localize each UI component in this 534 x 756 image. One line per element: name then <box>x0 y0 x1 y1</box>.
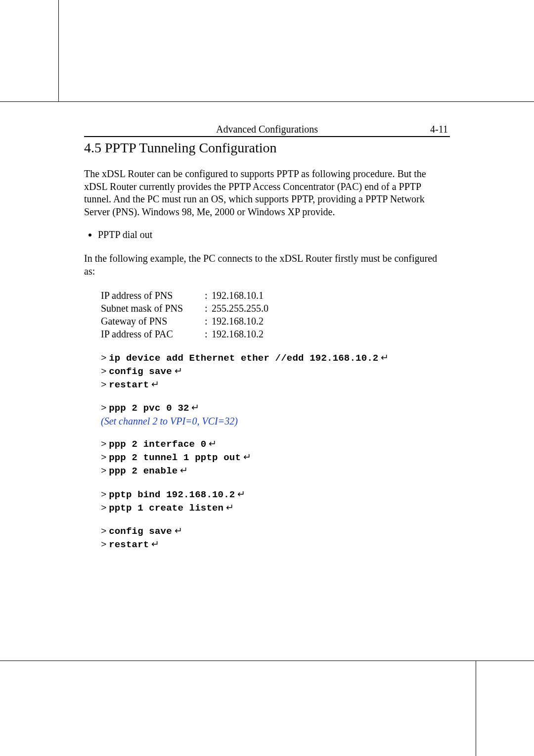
example-intro: In the following example, the PC connect… <box>84 252 450 278</box>
cmd-line: > ip device add Ethernet ether //edd 192… <box>101 351 450 365</box>
header-rule <box>84 136 450 137</box>
return-icon: ↵ <box>209 438 217 449</box>
kv-value: 192.168.10.2 <box>212 328 264 340</box>
return-icon: ↵ <box>226 502 234 513</box>
return-icon: ↵ <box>381 352 389 363</box>
cmd-text: pptp bind 192.168.10.2 <box>109 489 235 500</box>
cmd-line: > config save ↵ <box>101 524 450 538</box>
prompt-gt: > <box>101 353 106 364</box>
cmd-text: config save <box>109 366 172 377</box>
kv-colon: : <box>205 315 212 328</box>
kv-colon: : <box>205 302 212 315</box>
cmd-line: > restart ↵ <box>101 538 450 551</box>
prompt-gt: > <box>101 466 106 476</box>
cmd-text: ppp 2 tunnel 1 pptp out <box>109 452 241 463</box>
header-title: Advanced Configurations <box>121 124 413 135</box>
kv-gw-pns: Gateway of PNS : 192.168.10.2 <box>101 315 450 328</box>
cmd-line: > pptp 1 create listen ↵ <box>101 501 450 515</box>
kv-value: 192.168.10.1 <box>212 289 264 302</box>
cmd-group-2: > ppp 2 pvc 0 32 ↵ (Set channel 2 to VPI… <box>101 401 450 427</box>
kv-colon: : <box>205 289 212 302</box>
command-block: > ip device add Ethernet ether //edd 192… <box>101 351 450 551</box>
kv-label: Subnet mask of PNS <box>101 302 205 315</box>
cmd-text: ppp 2 pvc 0 32 <box>109 403 189 414</box>
cmd-text: ppp 2 enable <box>109 466 178 476</box>
cmd-line: > ppp 2 interface 0 ↵ <box>101 437 450 451</box>
return-icon: ↵ <box>175 525 182 536</box>
intro-paragraph: The xDSL Router can be configured to sup… <box>84 168 450 218</box>
running-header: Advanced Configurations 4-11 <box>84 124 450 136</box>
prompt-gt: > <box>101 439 106 450</box>
cmd-group-5: > config save ↵ > restart ↵ <box>101 524 450 551</box>
return-icon: ↵ <box>151 379 159 389</box>
prompt-gt: > <box>101 526 106 537</box>
kv-label: Gateway of PNS <box>101 315 205 328</box>
return-icon: ↵ <box>237 489 245 499</box>
kv-colon: : <box>205 328 212 340</box>
prompt-gt: > <box>101 403 106 414</box>
crop-top-vertical <box>58 0 59 101</box>
crop-bottom-horizontal <box>0 661 534 661</box>
crop-top-horizontal <box>0 101 534 102</box>
cmd-group-4: > pptp bind 192.168.10.2 ↵ > pptp 1 crea… <box>101 488 450 515</box>
cmd-line: > restart ↵ <box>101 378 450 391</box>
kv-ip-pac: IP address of PAC : 192.168.10.2 <box>101 328 450 340</box>
prompt-gt: > <box>101 539 106 550</box>
cmd-line: > ppp 2 tunnel 1 pptp out ↵ <box>101 451 450 464</box>
page-content: Advanced Configurations 4-11 4.5 PPTP Tu… <box>84 124 450 561</box>
cmd-text: restart <box>109 539 149 550</box>
kv-mask-pns: Subnet mask of PNS : 255.255.255.0 <box>101 302 450 315</box>
cmd-line: > pptp bind 192.168.10.2 ↵ <box>101 488 450 501</box>
return-icon: ↵ <box>243 452 251 462</box>
kv-value: 192.168.10.2 <box>212 315 264 328</box>
cmd-text: pptp 1 create listen <box>109 503 223 514</box>
cmd-line: > ppp 2 pvc 0 32 ↵ <box>101 401 450 415</box>
prompt-gt: > <box>101 366 106 377</box>
crop-bottom-vertical <box>476 661 476 756</box>
cmd-line: > config save ↵ <box>101 365 450 378</box>
cmd-text: ip device add Ethernet ether //edd 192.1… <box>109 353 378 364</box>
bullet-list: PPTP dial out <box>98 229 450 240</box>
return-icon: ↵ <box>191 402 199 413</box>
cmd-comment: (Set channel 2 to VPI=0, VCI=32) <box>101 415 450 427</box>
cmd-text: ppp 2 interface 0 <box>109 439 206 450</box>
cmd-line: > ppp 2 enable ↵ <box>101 464 450 477</box>
cmd-text: restart <box>109 379 149 390</box>
kv-block: IP address of PNS : 192.168.10.1 Subnet … <box>101 289 450 340</box>
return-icon: ↵ <box>151 539 159 549</box>
kv-value: 255.255.255.0 <box>212 302 268 315</box>
prompt-gt: > <box>101 503 106 514</box>
kv-label: IP address of PNS <box>101 289 205 302</box>
section-heading: 4.5 PPTP Tunneling Configuration <box>84 140 450 156</box>
cmd-group-1: > ip device add Ethernet ether //edd 192… <box>101 351 450 391</box>
cmd-text: config save <box>109 526 172 537</box>
bullet-item: PPTP dial out <box>98 229 450 240</box>
prompt-gt: > <box>101 489 106 500</box>
header-spacer <box>86 124 121 135</box>
return-icon: ↵ <box>180 465 188 475</box>
prompt-gt: > <box>101 452 106 463</box>
kv-label: IP address of PAC <box>101 328 205 340</box>
kv-ip-pns: IP address of PNS : 192.168.10.1 <box>101 289 450 302</box>
prompt-gt: > <box>101 379 106 390</box>
return-icon: ↵ <box>175 366 182 376</box>
page-number: 4-11 <box>413 124 448 135</box>
cmd-group-3: > ppp 2 interface 0 ↵ > ppp 2 tunnel 1 p… <box>101 437 450 477</box>
